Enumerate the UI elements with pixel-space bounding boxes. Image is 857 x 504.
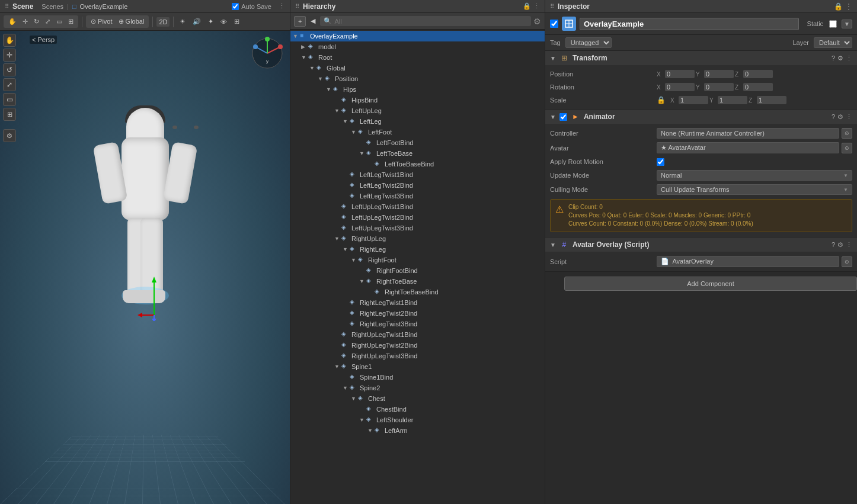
transform-tool-button[interactable]: ⊞ [66, 17, 76, 27]
avatar-overlay-settings-icon[interactable]: ⚙ [837, 241, 843, 249]
tree-item-leftupleg[interactable]: ▼ ◈ LeftUpLeg [290, 105, 545, 116]
tree-item-rightlegtwist3[interactable]: ▶ ◈ RightLegTwist3Bind [290, 319, 545, 329]
scene-viewport[interactable]: y < Persp ✋ ✛ ↺ ⤢ ▭ ⊞ ⚙ [0, 31, 290, 504]
rot-y-input[interactable] [704, 83, 734, 91]
static-dropdown-button[interactable]: ▼ [842, 20, 852, 28]
animator-help-icon[interactable]: ? [832, 113, 835, 121]
search-input[interactable] [334, 18, 527, 25]
hand-icon[interactable]: ✋ [3, 34, 16, 47]
hand-tool-button[interactable]: ✋ [6, 17, 19, 27]
tree-item-leftshoulder[interactable]: ▼ ◈ LeftShoulder [290, 415, 545, 425]
avatar-overlay-component-header[interactable]: ▼ # Avatar Overlay (Script) ? ⚙ ⋮ [545, 237, 857, 252]
animator-enabled-checkbox[interactable] [559, 113, 567, 121]
apply-root-motion-checkbox[interactable] [657, 158, 664, 166]
tree-item-righttoebasebind[interactable]: ▶ ◈ RightToeBaseBind [290, 287, 545, 297]
rotate-tool-button[interactable]: ↻ [31, 17, 41, 27]
object-enabled-checkbox[interactable] [550, 20, 558, 28]
auto-save-checkbox[interactable] [232, 3, 239, 10]
tree-item-rightuplegtwist1[interactable]: ▶ ◈ RightUpLegTwist1Bind [290, 329, 545, 340]
tree-item-position[interactable]: ▼ ◈ Position [290, 73, 545, 84]
rot-z-input[interactable] [743, 83, 773, 91]
tree-item-leftlegtwist2[interactable]: ▶ ◈ LeftLegTwist2Bind [290, 180, 545, 191]
controller-pick-button[interactable]: ⊙ [842, 128, 852, 139]
tree-item-rightlegtwist1[interactable]: ▶ ◈ RightLegTwist1Bind [290, 297, 545, 308]
tree-item-rightfoot[interactable]: ▼ ◈ RightFoot [290, 255, 545, 265]
rot-x-input[interactable] [665, 83, 695, 91]
tree-item-global[interactable]: ▼ ◈ Global [290, 63, 545, 73]
tree-item-rightupleg[interactable]: ▼ ◈ RightUpLeg [290, 233, 545, 244]
rotate-icon[interactable]: ↺ [3, 63, 16, 76]
hierarchy-lock-icon[interactable]: 🔒 [523, 2, 531, 10]
tree-item-leftfoot[interactable]: ▼ ◈ LeftFoot [290, 127, 545, 137]
lighting-button[interactable]: ☀ [177, 17, 188, 27]
object-name-input[interactable] [580, 18, 799, 30]
transform-settings-icon[interactable]: ⚙ [837, 54, 843, 62]
static-checkbox[interactable] [829, 20, 837, 28]
tree-item-chestbind[interactable]: ▶ ◈ ChestBind [290, 404, 545, 415]
2d-toggle-button[interactable]: 2D [156, 17, 170, 27]
global-button[interactable]: ⊕ Global [116, 17, 147, 27]
tree-item-leftarm[interactable]: ▼ ◈ LeftArm [290, 425, 545, 436]
tag-dropdown[interactable]: Untagged [565, 37, 612, 48]
tree-item-leftuplegtwist3[interactable]: ▶ ◈ LeftUpLegTwist3Bind [290, 223, 545, 233]
layer-dropdown[interactable]: Default [814, 37, 852, 48]
effects-button[interactable]: ✦ [206, 17, 216, 27]
hierarchy-more-icon[interactable]: ⋮ [533, 2, 540, 10]
tree-item-spine1[interactable]: ▼ ◈ Spine1 [290, 361, 545, 372]
audio-button[interactable]: 🔊 [190, 17, 203, 27]
inspector-more-icon[interactable]: ⋮ [845, 2, 852, 11]
hidden-objects-button[interactable]: 👁 [218, 17, 229, 27]
pos-y-input[interactable] [704, 70, 734, 78]
tree-item-model[interactable]: ▶ ◈ model [290, 41, 545, 52]
tree-item-rightuplegtwist3[interactable]: ▶ ◈ RightUpLegTwist3Bind [290, 351, 545, 361]
scale-tool-button[interactable]: ⤢ [43, 17, 53, 27]
animator-more-icon[interactable]: ⋮ [846, 113, 852, 121]
scale-y-input[interactable] [718, 96, 747, 104]
tree-item-rightuplegtwist2[interactable]: ▶ ◈ RightUpLegTwist2Bind [290, 340, 545, 351]
tree-item-rightleg[interactable]: ▼ ◈ RightLeg [290, 244, 545, 255]
culling-mode-dropdown[interactable]: Cull Update Transforms [657, 184, 852, 195]
scene-more-icon[interactable]: ⋮ [279, 2, 285, 10]
transform-help-icon[interactable]: ? [832, 54, 835, 62]
pos-x-input[interactable] [665, 70, 695, 78]
tree-item-leftuplegtwist1[interactable]: ▶ ◈ LeftUpLegTwist1Bind [290, 201, 545, 212]
tree-item-hipsbind[interactable]: ▶ ◈ HipsBind [290, 95, 545, 105]
script-pick-button[interactable]: ⊙ [842, 256, 852, 267]
tree-item-rightfootbind[interactable]: ▶ ◈ RightFootBind [290, 265, 545, 276]
tree-item-rightlegtwist2[interactable]: ▶ ◈ RightLegTwist2Bind [290, 308, 545, 319]
tree-item-leftleg[interactable]: ▼ ◈ LeftLeg [290, 116, 545, 127]
scale-icon[interactable]: ⤢ [3, 78, 16, 91]
settings-icon[interactable]: ⚙ [3, 129, 16, 142]
tree-item-spine2[interactable]: ▼ ◈ Spine2 [290, 383, 545, 393]
scale-lock-icon[interactable]: 🔒 [657, 96, 666, 104]
tree-item-leftlegtwist3[interactable]: ▶ ◈ LeftLegTwist3Bind [290, 191, 545, 201]
update-mode-dropdown[interactable]: Normal [657, 170, 852, 181]
scale-z-input[interactable] [757, 96, 786, 104]
tree-item-chest[interactable]: ▼ ◈ Chest [290, 393, 545, 404]
tree-item-overlayexample[interactable]: ▼ ■ OverlayExample [290, 31, 545, 41]
rect-icon[interactable]: ▭ [3, 93, 16, 106]
hierarchy-settings-icon[interactable]: ⚙ [533, 17, 541, 26]
transform-component-header[interactable]: ▼ ⊞ Transform ? ⚙ ⋮ [545, 51, 857, 65]
animator-settings-icon[interactable]: ⚙ [837, 113, 843, 121]
tree-item-lefttoebase[interactable]: ▼ ◈ LeftToeBase [290, 148, 545, 159]
inspector-lock-icon[interactable]: 🔒 [834, 2, 843, 11]
tree-item-spine1bind[interactable]: ▶ ◈ Spine1Bind [290, 372, 545, 383]
tree-item-lefttoebasebind[interactable]: ▶ ◈ LeftToeBaseBind [290, 159, 545, 169]
avatar-pick-button[interactable]: ⊙ [842, 143, 852, 153]
avatar-overlay-more-icon[interactable]: ⋮ [846, 241, 852, 249]
tree-item-hips[interactable]: ▼ ◈ Hips [290, 84, 545, 95]
gizmos-button[interactable]: ⊞ [232, 17, 242, 27]
move-tool-button[interactable]: ✛ [20, 17, 30, 27]
tree-item-righttoebase[interactable]: ▼ ◈ RightToeBase [290, 276, 545, 287]
transform-more-icon[interactable]: ⋮ [846, 54, 852, 62]
rect-tool-button[interactable]: ▭ [54, 17, 65, 27]
hierarchy-tree[interactable]: ▼ ■ OverlayExample ▶ ◈ model ▼ ◈ Root ▼ … [290, 30, 545, 504]
hierarchy-add-button[interactable]: + [294, 16, 306, 27]
tree-item-leftfootbind[interactable]: ▶ ◈ LeftFootBind [290, 137, 545, 148]
tree-item-leftuplegtwist2[interactable]: ▶ ◈ LeftUpLegTwist2Bind [290, 212, 545, 223]
pivot-button[interactable]: ⊙ Pivot [88, 17, 115, 27]
move-icon[interactable]: ✛ [3, 49, 16, 62]
animator-component-header[interactable]: ▼ ► Animator ? ⚙ ⋮ [545, 110, 857, 124]
transform-icon[interactable]: ⊞ [3, 108, 16, 121]
